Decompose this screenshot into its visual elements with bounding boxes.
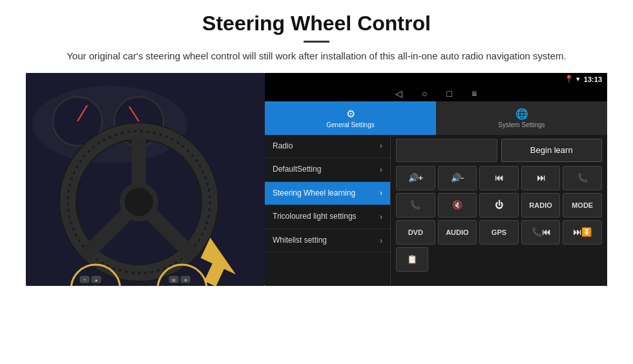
back-nav-icon[interactable]: ◁ — [395, 88, 402, 99]
nav-bar: ◁ ○ □ ≡ — [265, 86, 607, 101]
page-title: Steering Wheel Control — [26, 12, 607, 35]
answer-call-icon: 📞 — [410, 200, 420, 210]
mute-icon: 🔇 — [452, 200, 462, 210]
menu-tricoloured-label: Tricoloured light settings — [273, 212, 380, 222]
tabs-row: ⚙ General Settings 🌐 System Settings — [265, 101, 607, 135]
menu-nav-icon[interactable]: ≡ — [472, 88, 477, 99]
status-bar: 📍 ▾ 13:13 — [265, 73, 607, 86]
svg-text:⊕: ⊕ — [184, 278, 187, 282]
top-row: Begin learn — [396, 139, 602, 162]
page-wrapper: Steering Wheel Control Your original car… — [0, 0, 633, 292]
prev-track-icon: ⏮ — [495, 173, 503, 183]
subtitle: Your original car's steering wheel contr… — [26, 49, 607, 64]
system-settings-label: System Settings — [498, 121, 545, 128]
controls-row-3: DVD AUDIO GPS 📞⏮ ⏭⏬ — [396, 220, 602, 245]
general-settings-label: General Settings — [326, 121, 375, 128]
controls-row-2: 📞 🔇 ⏻ RADIO MODE — [396, 193, 602, 217]
list-icon: 📋 — [407, 254, 417, 264]
audio-label: AUDIO — [446, 228, 468, 236]
blank-input-box — [396, 139, 497, 162]
system-settings-icon: 🌐 — [515, 108, 528, 120]
chevron-icon: › — [380, 236, 382, 245]
left-menu: Radio › DefaultSetting › Steering Wheel … — [265, 135, 391, 286]
ctrl-vol-down[interactable]: 🔊- — [438, 166, 477, 190]
ctrl-gps[interactable]: GPS — [479, 220, 519, 245]
ctrl-vol-up[interactable]: 🔊+ — [396, 166, 435, 190]
chevron-icon: › — [380, 165, 382, 174]
main-content: Radio › DefaultSetting › Steering Wheel … — [265, 135, 607, 286]
chevron-icon: › — [380, 212, 382, 221]
mode-label: MODE — [572, 201, 593, 209]
radio-label: RADIO — [529, 201, 552, 209]
dvd-label: DVD — [408, 228, 423, 236]
power-icon: ⏻ — [495, 200, 503, 210]
tab-system-settings[interactable]: 🌐 System Settings — [436, 101, 607, 135]
ctrl-next-track[interactable]: ⏭ — [521, 166, 561, 190]
chevron-icon: › — [380, 188, 382, 197]
begin-learn-button[interactable]: Begin learn — [501, 139, 603, 162]
ctrl-audio[interactable]: AUDIO — [438, 220, 477, 245]
gps-label: GPS — [492, 228, 506, 236]
recent-nav-icon[interactable]: □ — [446, 88, 451, 99]
svg-point-13 — [125, 188, 153, 216]
steering-wheel-image: + - ▲ ☎ ▤ ◇ ⊕ ◈ — [26, 73, 265, 286]
call-icon: 📞 — [577, 173, 588, 183]
controls-row-4: 📋 — [396, 247, 602, 272]
menu-item-tricoloured[interactable]: Tricoloured light settings › — [265, 205, 390, 229]
vol-down-icon: 🔊- — [451, 173, 464, 183]
right-panel: Begin learn 🔊+ 🔊- ⏮ — [391, 135, 607, 286]
menu-item-defaultsetting[interactable]: DefaultSetting › — [265, 158, 390, 182]
content-area: + - ▲ ☎ ▤ ◇ ⊕ ◈ — [26, 73, 607, 286]
ctrl-dvd[interactable]: DVD — [396, 220, 435, 245]
android-ui: 📍 ▾ 13:13 ◁ ○ □ ≡ ⚙ General Settings 🌐 — [265, 73, 607, 286]
menu-steering-label: Steering Wheel learning — [273, 188, 380, 199]
menu-radio-label: Radio — [273, 141, 380, 152]
next-track-icon: ⏭ — [537, 173, 545, 183]
ctrl-radio[interactable]: RADIO — [521, 193, 561, 217]
ctrl-power[interactable]: ⏻ — [479, 193, 519, 217]
menu-defaultsetting-label: DefaultSetting — [273, 165, 380, 175]
tab-general-settings[interactable]: ⚙ General Settings — [265, 101, 436, 135]
ctrl-call-prev[interactable]: 📞⏮ — [521, 220, 561, 245]
home-nav-icon[interactable]: ○ — [422, 88, 427, 99]
location-icon: 📍 — [565, 75, 574, 83]
title-divider — [304, 41, 329, 43]
ctrl-answer-call[interactable]: 📞 — [396, 193, 435, 217]
ctrl-prev-track[interactable]: ⏮ — [479, 166, 519, 190]
status-time: 13:13 — [584, 76, 602, 83]
general-settings-icon: ⚙ — [346, 108, 355, 120]
menu-whitelist-label: Whitelist setting — [273, 236, 380, 246]
svg-text:▲: ▲ — [94, 278, 98, 282]
call-prev-icon: 📞⏮ — [532, 227, 550, 237]
begin-learn-label: Begin learn — [530, 145, 573, 155]
menu-item-radio[interactable]: Radio › — [265, 135, 390, 159]
chevron-icon: › — [380, 141, 382, 150]
ctrl-mode[interactable]: MODE — [563, 193, 602, 217]
status-icons: 📍 ▾ — [565, 75, 580, 83]
vol-up-icon: 🔊+ — [408, 173, 424, 183]
wifi-icon: ▾ — [576, 75, 580, 83]
next-down-icon: ⏭⏬ — [573, 227, 592, 237]
svg-text:▤: ▤ — [172, 278, 176, 282]
svg-text:+: + — [83, 278, 86, 282]
menu-item-steering-wheel[interactable]: Steering Wheel learning › — [265, 182, 390, 206]
ctrl-list[interactable]: 📋 — [396, 247, 428, 272]
ctrl-mute[interactable]: 🔇 — [438, 193, 477, 217]
ctrl-next-down[interactable]: ⏭⏬ — [563, 220, 602, 245]
title-section: Steering Wheel Control Your original car… — [26, 12, 607, 64]
menu-item-whitelist[interactable]: Whitelist setting › — [265, 229, 390, 253]
ctrl-call[interactable]: 📞 — [563, 166, 602, 190]
controls-row-1: 🔊+ 🔊- ⏮ ⏭ 📞 — [396, 166, 602, 190]
